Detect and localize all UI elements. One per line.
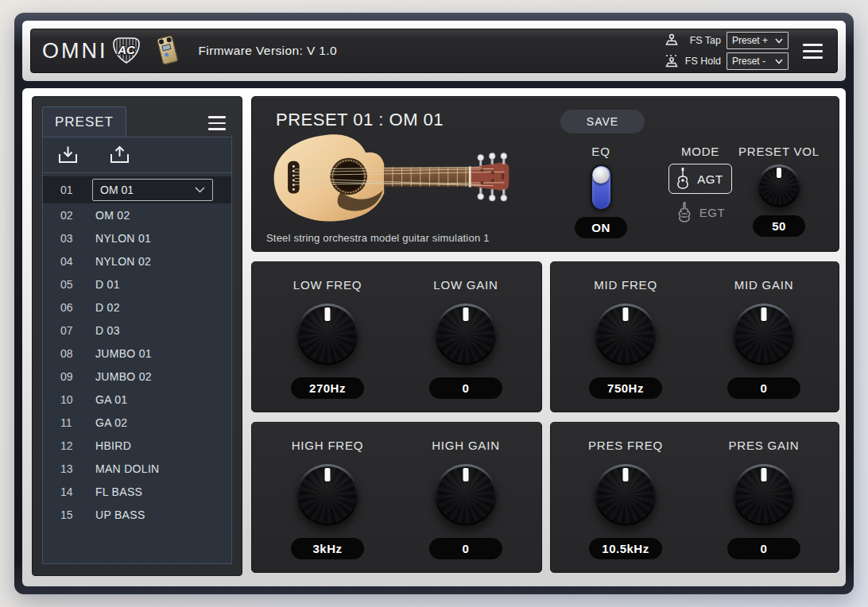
preset-row-05[interactable]: 05D 01 <box>43 273 231 296</box>
firmware-version-text: Firmware Version: V 1.0 <box>199 44 338 58</box>
acoustic-guitar-icon <box>675 167 691 191</box>
pres-freq-knob[interactable] <box>595 464 657 526</box>
preset-row-15[interactable]: 15UP BASS <box>43 503 231 526</box>
preset-name: GA 02 <box>95 416 127 429</box>
preset-detail-panel: PRESET 01 : OM 01 SAVE <box>251 96 839 252</box>
high-freq-value: 3kHz <box>291 538 364 559</box>
preset-name: JUMBO 02 <box>95 370 152 383</box>
tab-preset[interactable]: PRESET <box>42 106 126 137</box>
preset-number: 14 <box>60 485 84 498</box>
preset-name: GA 01 <box>95 393 127 406</box>
preset-name: D 02 <box>95 301 120 314</box>
preset-row-14[interactable]: 14FL BASS <box>43 480 231 503</box>
preset-number: 10 <box>60 393 84 406</box>
acoustic-guitar-image <box>266 129 514 229</box>
main-plate: PRESET <box>22 88 846 586</box>
preset-vol-knob[interactable] <box>758 164 800 207</box>
preset-menu-button[interactable] <box>205 113 229 133</box>
preset-name: D 01 <box>95 278 120 291</box>
high-freq-knob[interactable] <box>296 464 358 526</box>
pres-gain-knob[interactable] <box>733 464 795 526</box>
page-title: PRESET 01 : OM 01 <box>276 110 444 130</box>
save-button[interactable]: SAVE <box>560 110 645 133</box>
preset-name: NYLON 01 <box>95 232 151 245</box>
preset-number: 05 <box>60 278 84 291</box>
low-eq-panel: LOW FREQ 270Hz LOW GAIN 0 <box>251 261 542 412</box>
preset-list: 01OM 0102OM 0203NYLON 0104NYLON 0205D 01… <box>43 173 231 563</box>
preset-number: 06 <box>60 301 84 314</box>
preset-row-01[interactable]: 01OM 01 <box>43 176 231 203</box>
preset-number: 01 <box>60 184 84 196</box>
mid-gain-label: MID GAIN <box>734 278 794 292</box>
high-gain-knob[interactable] <box>435 464 497 526</box>
main-column: PRESET 01 : OM 01 SAVE <box>251 96 839 576</box>
preset-row-13[interactable]: 13MAN DOLIN <box>43 457 231 480</box>
preset-description: Steel string orchestra model guitar simu… <box>266 232 490 244</box>
preset-row-08[interactable]: 08JUMBO 01 <box>43 342 231 365</box>
header-plate: OMNI AC <box>22 21 846 81</box>
preset-row-04[interactable]: 04NYLON 02 <box>43 249 231 273</box>
preset-name: OM 02 <box>95 209 130 222</box>
fs-tap-select[interactable]: Preset + <box>727 32 789 49</box>
presence-eq-panel: PRES FREQ 10.5kHz PRES GAIN 0 <box>550 422 839 573</box>
preset-row-06[interactable]: 06D 02 <box>43 296 231 319</box>
preset-row-03[interactable]: 03NYLON 01 <box>43 226 231 249</box>
preset-row-11[interactable]: 11GA 02 <box>43 411 231 434</box>
guitar-pick-icon: AC <box>111 37 141 65</box>
preset-name: D 03 <box>95 324 120 337</box>
mode-egt-label: EGT <box>699 206 725 219</box>
app-window: OMNI AC <box>14 13 854 594</box>
preset-number: 09 <box>60 370 84 383</box>
mid-eq-panel: MID FREQ 750Hz MID GAIN 0 <box>550 261 839 412</box>
header-bar: OMNI AC <box>30 29 838 73</box>
high-eq-panel: HIGH FREQ 3kHz HIGH GAIN 0 <box>251 422 542 573</box>
chevron-down-icon <box>775 59 783 64</box>
preset-row-02[interactable]: 02OM 02 <box>43 203 231 226</box>
mode-option-agt[interactable]: AGT <box>668 164 731 194</box>
mid-gain-value: 0 <box>727 377 800 399</box>
omniac-logo: OMNI AC <box>42 35 181 67</box>
pres-freq-value: 10.5kHz <box>589 538 662 559</box>
preset-name: MAN DOLIN <box>95 462 160 475</box>
preset-row-10[interactable]: 10GA 01 <box>43 388 231 411</box>
preset-name-select[interactable]: OM 01 <box>92 179 213 201</box>
preset-vol-label: PRESET VOL <box>738 145 820 158</box>
mid-freq-knob[interactable] <box>595 304 657 365</box>
preset-number: 03 <box>60 232 84 245</box>
logo-text: OMNI <box>42 39 108 64</box>
header-menu-button[interactable] <box>800 41 826 62</box>
preset-name: NYLON 02 <box>95 255 151 268</box>
preset-name: UP BASS <box>95 508 145 521</box>
preset-row-09[interactable]: 09JUMBO 02 <box>43 365 231 388</box>
fs-tap-label: FS Tap <box>684 35 721 46</box>
export-preset-button[interactable] <box>109 145 130 165</box>
mid-freq-value: 750Hz <box>589 377 662 399</box>
preset-number: 07 <box>60 324 84 337</box>
preset-number: 04 <box>60 255 84 268</box>
pedal-icon <box>150 32 184 69</box>
mid-freq-label: MID FREQ <box>594 278 657 292</box>
footswitch-tap-icon <box>665 33 679 48</box>
preset-row-12[interactable]: 12HBIRD <box>43 434 231 457</box>
mode-label: MODE <box>681 145 719 158</box>
preset-vol-value: 50 <box>753 215 805 237</box>
pres-gain-value: 0 <box>727 538 800 559</box>
pres-gain-label: PRES GAIN <box>729 439 800 452</box>
eq-toggle[interactable] <box>591 164 612 211</box>
low-freq-value: 270Hz <box>291 377 364 399</box>
low-gain-knob[interactable] <box>435 304 497 365</box>
preset-name: JUMBO 01 <box>95 347 152 360</box>
preset-number: 13 <box>60 462 84 475</box>
preset-number: 12 <box>60 439 84 452</box>
low-freq-knob[interactable] <box>296 304 358 365</box>
fs-hold-select[interactable]: Preset - <box>727 52 789 70</box>
mid-gain-knob[interactable] <box>733 304 795 365</box>
import-preset-button[interactable] <box>57 145 79 165</box>
fs-hold-row: FS Hold Preset - <box>665 52 789 70</box>
eq-state-badge: ON <box>575 217 627 238</box>
mode-option-egt[interactable]: EGT <box>668 199 733 226</box>
preset-row-07[interactable]: 07D 03 <box>43 319 231 342</box>
low-gain-label: LOW GAIN <box>433 278 498 292</box>
footswitch-hold-icon <box>665 54 679 68</box>
logo-badge-text: AC <box>117 43 136 56</box>
